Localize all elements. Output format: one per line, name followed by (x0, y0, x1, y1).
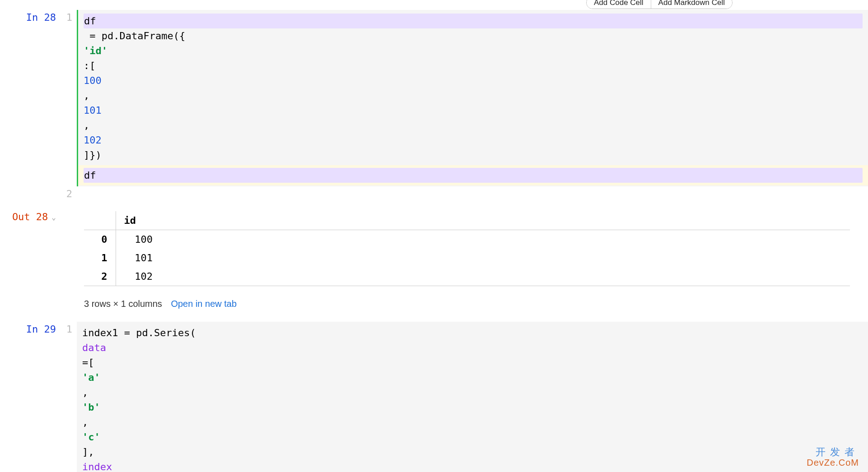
open-new-tab-link[interactable]: Open in new tab (171, 299, 237, 309)
cell-value: 102 (116, 267, 161, 286)
cell-toolbar: Add Code Cell Add Markdown Cell (0, 0, 868, 10)
index-header (84, 211, 116, 230)
table-row: 1 101 (84, 249, 850, 267)
code-line[interactable]: df = pd.DataFrame({'id':[100, 101, 102]}… (78, 11, 868, 165)
row-index: 1 (84, 249, 116, 267)
in-prompt-29: In 29 (0, 322, 59, 335)
cell-value: 101 (116, 249, 161, 267)
out-prompt-28: Out 28⌄ (0, 209, 59, 222)
add-code-cell-button[interactable]: Add Code Cell (587, 0, 651, 9)
table-row: 2 102 (84, 267, 850, 286)
code-line[interactable]: index1 = pd.Series(data=['a', 'b', 'c'],… (77, 323, 868, 472)
toolbar-group: Add Code Cell Add Markdown Cell (586, 0, 733, 9)
chevron-down-icon[interactable]: ⌄ (51, 213, 56, 222)
dataframe-table-28: id 0 100 1 101 2 (84, 211, 850, 286)
table-shape-text: 3 rows × 1 columns (84, 299, 162, 309)
line-number: 1 (59, 10, 77, 23)
add-markdown-cell-button[interactable]: Add Markdown Cell (651, 0, 732, 9)
code-editor-29[interactable]: index1 = pd.Series(data=['a', 'b', 'c'],… (77, 322, 868, 472)
table-header-row: id (84, 211, 850, 230)
code-editor-28[interactable]: df = pd.DataFrame({'id':[100, 101, 102]}… (77, 10, 868, 186)
cell-29: In 29 1 index1 = pd.Series(data=['a', 'b… (0, 322, 868, 472)
output-28: id 0 100 1 101 2 (77, 211, 868, 309)
cell-value: 100 (116, 230, 161, 249)
row-index: 0 (84, 230, 116, 249)
in-prompt-28: In 28 (0, 10, 59, 23)
table-row: 0 100 (84, 230, 850, 249)
cell-28: In 28 1 df = pd.DataFrame({'id':[100, 10… (0, 10, 868, 309)
line-number: 1 (59, 322, 77, 335)
code-line[interactable]: df (78, 165, 868, 185)
line-number: 2 (59, 186, 77, 199)
row-index: 2 (84, 267, 116, 286)
column-header-id: id (116, 211, 161, 230)
table-footer: 3 rows × 1 columns Open in new tab (84, 299, 850, 309)
